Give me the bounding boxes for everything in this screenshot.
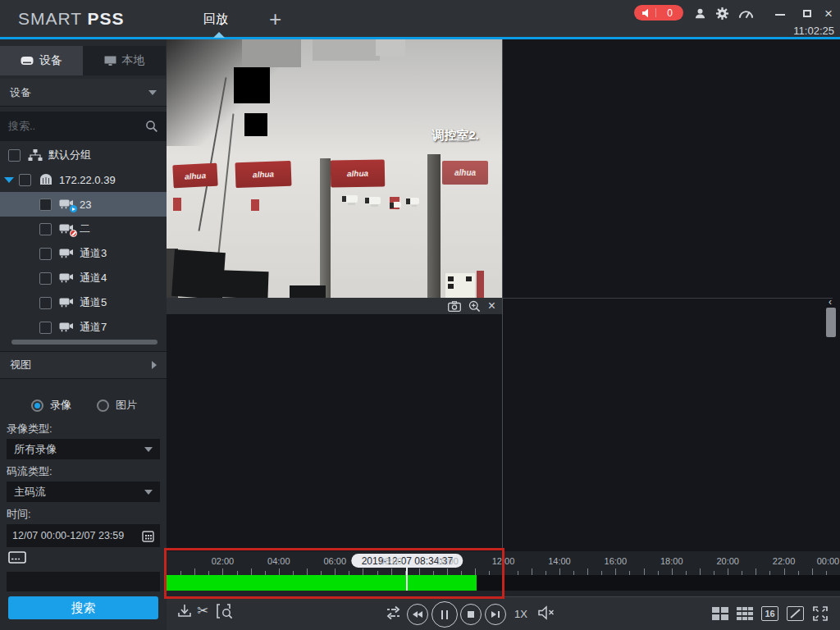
radio-picture[interactable]: 图片 xyxy=(97,398,137,413)
stop-button[interactable] xyxy=(460,604,482,625)
brand-sign: alhua xyxy=(442,161,488,185)
disk-icon xyxy=(21,56,34,66)
tree-item-23[interactable]: 23 xyxy=(0,192,167,217)
time-range-input[interactable]: 12/07 00:00-12/07 23:59 xyxy=(7,524,160,547)
tree-checkbox[interactable] xyxy=(39,272,52,285)
timeline-tick xyxy=(769,571,770,575)
title-bar: SMART PSS 回放 + 0 × 11:02:25 xyxy=(0,0,840,39)
rewind-button[interactable] xyxy=(407,604,428,625)
scene-vent xyxy=(242,39,301,67)
minimize-button[interactable] xyxy=(772,7,788,22)
timeline-tick xyxy=(826,571,827,575)
display-camera xyxy=(393,202,401,208)
tree-item-默认分组[interactable]: 默认分组 xyxy=(0,143,167,167)
speaker-icon xyxy=(641,8,651,18)
tree-checkbox[interactable] xyxy=(39,322,52,334)
search-input[interactable]: 搜索.. xyxy=(8,119,145,134)
tab-playback[interactable]: 回放 xyxy=(203,11,228,27)
speed-label[interactable]: 1X xyxy=(514,608,527,620)
timeline-tick xyxy=(559,568,560,575)
scene-vent xyxy=(376,39,405,56)
tree-item-通道7[interactable]: 通道7 xyxy=(0,315,167,340)
split-16-icon[interactable]: 16 xyxy=(761,606,778,621)
pause-button[interactable] xyxy=(431,601,458,628)
tab-local[interactable]: 本地 xyxy=(83,46,166,75)
active-tab-notch xyxy=(213,32,225,38)
clip-export-icon[interactable] xyxy=(216,603,234,619)
view-section-header[interactable]: 视图 xyxy=(0,351,167,379)
card-device-icon[interactable] xyxy=(8,551,26,564)
chevron-down-icon xyxy=(144,447,153,452)
tree-item-二[interactable]: 二 xyxy=(0,217,167,241)
record-type-select[interactable]: 所有录像 xyxy=(7,439,160,459)
chevron-right-icon xyxy=(152,361,157,369)
radio-record-dot[interactable] xyxy=(31,399,43,412)
settings-gear-icon[interactable] xyxy=(714,6,730,21)
timeline-tick xyxy=(504,568,504,575)
tree-item-通道4[interactable]: 通道4 xyxy=(0,266,167,290)
add-tab-button[interactable]: + xyxy=(269,7,281,32)
tree-item-通道5[interactable]: 通道5 xyxy=(0,290,167,315)
calendar-icon[interactable] xyxy=(142,530,154,542)
vertical-scrollbar-thumb[interactable] xyxy=(826,308,836,337)
tree-item-label: 通道3 xyxy=(80,246,107,261)
display-camera xyxy=(345,195,358,203)
timeline-tick xyxy=(798,571,799,575)
device-search[interactable]: 搜索.. xyxy=(0,112,167,141)
timeline-playhead[interactable] xyxy=(406,565,408,591)
search-icon[interactable] xyxy=(145,120,158,133)
performance-gauge-icon[interactable] xyxy=(737,6,754,21)
radio-record[interactable]: 录像 xyxy=(31,398,71,413)
playback-timeline[interactable]: 2019-12-07 08:34:37 02:0004:0006:0008:00… xyxy=(167,551,840,596)
device-section-header[interactable]: 设备 xyxy=(0,79,167,107)
playback-toolbar: ✂ 1X 16 xyxy=(167,596,840,630)
next-frame-button[interactable] xyxy=(485,604,506,625)
tv-screen xyxy=(290,285,326,298)
tree-item-label: 默认分组 xyxy=(48,148,91,162)
alarm-indicator[interactable]: 0 xyxy=(634,5,683,21)
timeline-tick xyxy=(349,571,349,575)
tree-checkbox[interactable] xyxy=(39,223,52,235)
download-icon[interactable] xyxy=(176,603,193,619)
tree-item-label: 通道4 xyxy=(80,271,107,285)
stream-type-label: 码流类型: xyxy=(7,464,52,479)
camera-icon xyxy=(59,223,74,235)
card-number-input[interactable] xyxy=(7,572,160,591)
user-icon[interactable] xyxy=(692,6,708,21)
app-logo: SMART PSS xyxy=(18,9,125,29)
tab-device[interactable]: 设备 xyxy=(0,46,83,75)
clip-scissors-icon[interactable]: ✂ xyxy=(197,602,208,619)
search-submit-button[interactable]: 搜索 xyxy=(8,596,158,619)
custom-split-icon[interactable] xyxy=(787,606,804,621)
tree-checkbox[interactable] xyxy=(8,149,21,162)
close-button[interactable]: × xyxy=(820,6,837,21)
timeline-tick xyxy=(812,568,813,575)
tree-item-通道3[interactable]: 通道3 xyxy=(0,241,167,266)
tree-item-172.22.0.39[interactable]: 172.22.0.39 xyxy=(0,167,167,192)
tree-checkbox[interactable] xyxy=(39,297,52,309)
collapse-panel-chevron[interactable]: ‹ xyxy=(829,296,832,308)
fullscreen-icon[interactable] xyxy=(812,605,829,622)
timeline-hour-label: 06:00 xyxy=(323,556,346,566)
tree-horizontal-scrollbar[interactable] xyxy=(11,340,158,345)
split-4-icon[interactable] xyxy=(712,607,728,620)
video-pane-toolbar: × xyxy=(167,298,502,314)
timeline-hour-label: 04:00 xyxy=(267,556,290,566)
tree-checkbox[interactable] xyxy=(19,174,31,186)
split-9-icon[interactable] xyxy=(737,607,753,620)
close-video-icon[interactable]: × xyxy=(488,299,495,313)
tree-checkbox[interactable] xyxy=(39,199,52,211)
timeline-hour-label: 18:00 xyxy=(660,556,683,566)
timeline-hour-label: 16:00 xyxy=(605,556,628,566)
video-pane-1[interactable]: 调控室2. alhua alhua alhua alhua xyxy=(167,39,502,298)
snapshot-icon[interactable] xyxy=(448,301,461,312)
tree-checkbox[interactable] xyxy=(39,248,52,260)
digital-zoom-icon[interactable] xyxy=(468,300,481,313)
expand-triangle-icon[interactable] xyxy=(4,177,14,183)
stream-type-select[interactable]: 主码流 xyxy=(7,482,160,502)
maximize-button[interactable] xyxy=(799,6,815,21)
mute-speaker-icon[interactable] xyxy=(537,605,555,621)
radio-picture-dot[interactable] xyxy=(97,399,109,412)
recording-segment[interactable] xyxy=(167,575,477,591)
time-sync-icon[interactable] xyxy=(386,605,403,621)
